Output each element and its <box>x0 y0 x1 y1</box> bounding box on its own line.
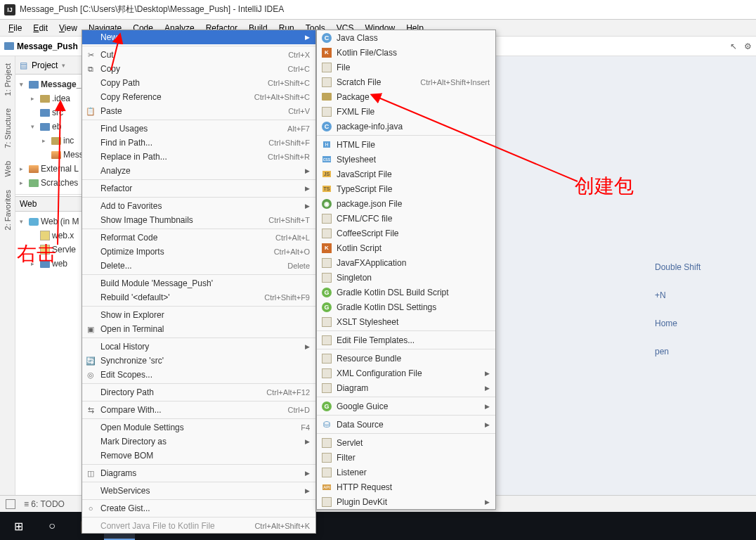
new-java-class[interactable]: CJava Class <box>317 30 495 45</box>
new-singleton[interactable]: Singleton <box>317 270 495 285</box>
ctx-reformat-code[interactable]: Reformat CodeCtrl+Alt+L <box>82 231 315 245</box>
titlebar: IJ Message_Push [C:\Users\邦杜\Desktop\Mes… <box>0 0 756 20</box>
gradle-g-icon: G <box>321 288 332 297</box>
xml-icon <box>321 368 332 378</box>
ctx-find-usages[interactable]: Find UsagesAlt+F7 <box>82 122 315 136</box>
welcome-hints: Double Shift+NHomepen <box>655 253 700 366</box>
tree-label: External L <box>41 164 79 174</box>
tool-tab-structure[interactable]: 7: Structure <box>2 105 13 151</box>
tool-tab-favorites[interactable]: 2: Favorites <box>2 187 13 233</box>
new-scratch-file[interactable]: Scratch FileCtrl+Alt+Shift+Insert <box>317 75 495 89</box>
ctx-local-history[interactable]: Local History▶ <box>82 340 315 354</box>
new-coffeescript-file[interactable]: CoffeeScript File <box>317 226 495 240</box>
html-icon: H <box>321 140 332 150</box>
tree-label: web.x <box>52 231 74 240</box>
bundle-icon <box>321 354 332 364</box>
new-google-guice[interactable]: GGoogle Guice▶ <box>317 399 495 413</box>
start-button[interactable]: ⊞ <box>3 512 34 540</box>
tree-label: .idea <box>52 94 70 103</box>
db-icon: ⛁ <box>321 420 332 430</box>
tool-tab-web[interactable]: Web <box>2 158 13 179</box>
ctx-synchronize-src-[interactable]: 🔄Synchronize 'src' <box>82 354 315 368</box>
api-icon: API <box>321 482 332 492</box>
search-icon[interactable]: ↖ <box>730 41 737 51</box>
ctx-add-to-favorites[interactable]: Add to Favorites▶ <box>82 199 315 213</box>
new-fxml-file[interactable]: FXML File <box>317 104 495 119</box>
web-icon <box>29 218 39 226</box>
new-gradle-kotlin-dsl-settings[interactable]: GGradle Kotlin DSL Settings <box>317 300 495 314</box>
breadcrumb-project[interactable]: Message_Push <box>17 41 78 51</box>
ctx-edit-scopes-[interactable]: ◎Edit Scopes... <box>82 368 315 382</box>
project-view-combo-icon[interactable]: ▤ <box>20 60 27 70</box>
menu-view[interactable]: View <box>53 21 83 35</box>
ctx-webservices[interactable]: WebServices▶ <box>82 484 315 498</box>
ctx-replace-in-path-[interactable]: Replace in Path...Ctrl+Shift+R <box>82 150 315 164</box>
ctx-cut[interactable]: ✂CutCtrl+X <box>82 48 315 62</box>
ctx-rebuild-default-[interactable]: Rebuild '<default>'Ctrl+Shift+F9 <box>82 290 315 304</box>
new-xslt-stylesheet[interactable]: XSLT Stylesheet <box>317 314 495 329</box>
new-typescript-file[interactable]: TSTypeScript File <box>317 181 495 196</box>
ctx-show-in-explorer[interactable]: Show in Explorer <box>82 308 315 322</box>
ctx-directory-path[interactable]: Directory PathCtrl+Alt+F12 <box>82 385 315 399</box>
ctx-mark-directory-as[interactable]: Mark Directory as▶ <box>82 435 315 449</box>
ctx-refactor[interactable]: Refactor▶ <box>82 181 315 195</box>
ctx-build-module-message-push-[interactable]: Build Module 'Message_Push' <box>82 276 315 290</box>
new-diagram[interactable]: Diagram▶ <box>317 380 495 395</box>
ctx-remove-bom[interactable]: Remove BOM <box>82 449 315 463</box>
annotation-right-click: 右击 <box>17 240 56 267</box>
status-square-icon[interactable] <box>6 499 15 509</box>
ctx-create-gist-[interactable]: ○Create Gist... <box>82 501 315 515</box>
new-plugin-devkit[interactable]: Plugin DevKit▶ <box>317 494 495 509</box>
new-data-source[interactable]: ⛁Data Source▶ <box>317 417 495 432</box>
scissors-icon: ✂ <box>86 50 96 60</box>
ctx-copy-reference[interactable]: Copy ReferenceCtrl+Alt+Shift+C <box>82 90 315 104</box>
new-package-info-java[interactable]: Cpackage-info.java <box>317 119 495 134</box>
new-cfml-cfc-file[interactable]: CFML/CFC file <box>317 211 495 226</box>
menu-file[interactable]: File <box>3 21 27 35</box>
ctx-new[interactable]: New▶ <box>82 30 315 44</box>
new-package[interactable]: Package <box>317 89 495 104</box>
ctx-paste[interactable]: 📋PasteCtrl+V <box>82 104 315 118</box>
new-listener[interactable]: Listener <box>317 465 495 480</box>
diagram-icon: ◫ <box>86 468 96 478</box>
kt-icon: K <box>321 48 332 58</box>
new-kotlin-script[interactable]: KKotlin Script <box>317 240 495 255</box>
new-package-json-file[interactable]: ◉package.json File <box>317 196 495 211</box>
tree-label: Message_ <box>41 79 81 89</box>
ctx-find-in-path-[interactable]: Find in Path...Ctrl+Shift+F <box>82 136 315 150</box>
ctx-copy-path[interactable]: Copy PathCtrl+Shift+C <box>82 76 315 90</box>
tool-tab-project[interactable]: 1: Project <box>2 60 13 98</box>
search-button[interactable]: ○ <box>37 512 67 540</box>
new-http-request[interactable]: APIHTTP Request <box>317 480 495 494</box>
ctx-delete-[interactable]: Delete...Delete <box>82 259 315 273</box>
ctx-open-module-settings[interactable]: Open Module SettingsF4 <box>82 420 315 435</box>
ctx-copy[interactable]: ⧉CopyCtrl+C <box>82 62 315 76</box>
todo-tab[interactable]: ≡ 6: TODO <box>24 499 65 509</box>
menu-edit[interactable]: Edit <box>27 21 53 35</box>
settings-icon[interactable]: ⚙ <box>744 41 752 51</box>
scope-icon: ◎ <box>86 370 96 380</box>
new-filter[interactable]: Filter <box>317 450 495 465</box>
ctx-analyze[interactable]: Analyze▶ <box>82 164 315 178</box>
new-xml-configuration-file[interactable]: XML Configuration File▶ <box>317 366 495 380</box>
new-resource-bundle[interactable]: Resource Bundle <box>317 351 495 366</box>
xslt-icon <box>321 317 332 327</box>
project-view-label[interactable]: Project <box>32 60 58 70</box>
new-kotlin-file-class[interactable]: KKotlin File/Class <box>317 45 495 60</box>
ctx-optimize-imports[interactable]: Optimize ImportsCtrl+Alt+O <box>82 245 315 259</box>
pkg-icon <box>321 92 332 102</box>
new-html-file[interactable]: HHTML File <box>317 137 495 152</box>
new-edit-file-templates-[interactable]: Edit File Templates... <box>317 333 495 347</box>
new-gradle-kotlin-dsl-build-script[interactable]: GGradle Kotlin DSL Build Script <box>317 285 495 300</box>
new-javafxapplication[interactable]: JavaFXApplication <box>317 255 495 270</box>
ctx-compare-with-[interactable]: ⇆Compare With...Ctrl+D <box>82 403 315 417</box>
servlet-icon <box>321 438 332 448</box>
new-stylesheet[interactable]: cssStylesheet <box>317 152 495 167</box>
ctx-diagrams[interactable]: ◫Diagrams▶ <box>82 466 315 480</box>
new-servlet[interactable]: Servlet <box>317 435 495 450</box>
ctx-open-in-terminal[interactable]: ▣Open in Terminal <box>82 322 315 336</box>
ctx-show-image-thumbnails[interactable]: Show Image ThumbnailsCtrl+Shift+T <box>82 213 315 227</box>
plugin-icon <box>321 497 332 507</box>
new-file[interactable]: File <box>317 60 495 75</box>
new-javascript-file[interactable]: JSJavaScript File <box>317 167 495 181</box>
